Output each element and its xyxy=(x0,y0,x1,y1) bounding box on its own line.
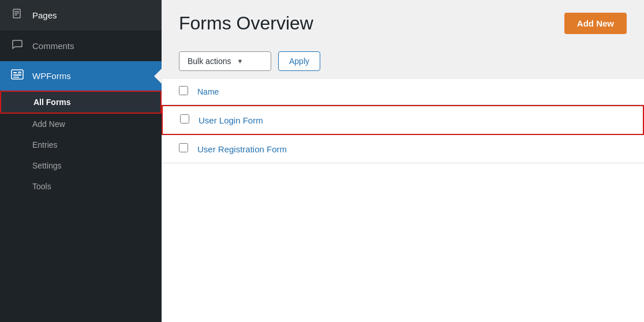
forms-table: Name User Login Form User Registration F… xyxy=(162,79,644,322)
table-wrapper: Name User Login Form User Registration F… xyxy=(162,79,644,163)
sidebar-item-comments[interactable]: Comments xyxy=(0,31,162,61)
name-column-header[interactable]: Name xyxy=(197,87,219,96)
svg-rect-6 xyxy=(13,74,21,76)
submenu-item-add-new[interactable]: Add New xyxy=(0,114,162,134)
form-name-link-user-registration[interactable]: User Registration Form xyxy=(197,144,287,154)
sidebar-item-label: Comments xyxy=(32,41,74,51)
header-checkbox-cell xyxy=(179,86,197,98)
row1-checkbox[interactable] xyxy=(180,114,189,123)
table-row: User Registration Form xyxy=(162,135,644,163)
page-title: Forms Overview xyxy=(179,13,313,34)
bulk-actions-label: Bulk actions xyxy=(188,57,231,66)
add-new-button[interactable]: Add New xyxy=(564,13,627,34)
form-name-link-user-login[interactable]: User Login Form xyxy=(199,115,263,125)
wpforms-arrow xyxy=(154,68,162,84)
pages-icon xyxy=(10,8,24,23)
main-content: Forms Overview Add New Bulk actions ▼ Ap… xyxy=(162,0,644,322)
chevron-down-icon: ▼ xyxy=(237,58,243,65)
svg-rect-2 xyxy=(14,13,19,14)
main-header: Forms Overview Add New xyxy=(162,0,644,43)
svg-rect-5 xyxy=(13,72,17,73)
row1-checkbox-cell xyxy=(180,114,199,126)
wpforms-submenu: All Forms Add New Entries Settings Tools xyxy=(0,91,162,197)
toolbar: Bulk actions ▼ Apply xyxy=(162,43,644,79)
table-header-row: Name xyxy=(162,79,644,105)
apply-button[interactable]: Apply xyxy=(278,51,320,71)
row2-checkbox[interactable] xyxy=(179,143,188,152)
wpforms-icon xyxy=(10,69,24,83)
svg-rect-3 xyxy=(14,14,17,16)
svg-rect-7 xyxy=(13,77,19,78)
sidebar-item-pages[interactable]: Pages xyxy=(0,0,162,31)
svg-rect-8 xyxy=(18,72,21,74)
sidebar: Pages Comments WPForms All Forms A xyxy=(0,0,162,322)
submenu-item-tools[interactable]: Tools xyxy=(0,176,162,197)
select-all-checkbox[interactable] xyxy=(179,86,188,95)
row2-checkbox-cell xyxy=(179,143,197,155)
sidebar-item-label: WPForms xyxy=(32,71,71,81)
table-row: User Login Form xyxy=(162,105,644,135)
sidebar-item-label: Pages xyxy=(32,10,57,20)
svg-rect-1 xyxy=(14,11,19,12)
bulk-actions-dropdown[interactable]: Bulk actions ▼ xyxy=(179,51,271,71)
comments-icon xyxy=(10,39,24,53)
sidebar-item-wpforms[interactable]: WPForms xyxy=(0,61,162,91)
submenu-item-all-forms[interactable]: All Forms xyxy=(0,91,162,114)
submenu-item-entries[interactable]: Entries xyxy=(0,134,162,155)
submenu-item-settings[interactable]: Settings xyxy=(0,155,162,176)
